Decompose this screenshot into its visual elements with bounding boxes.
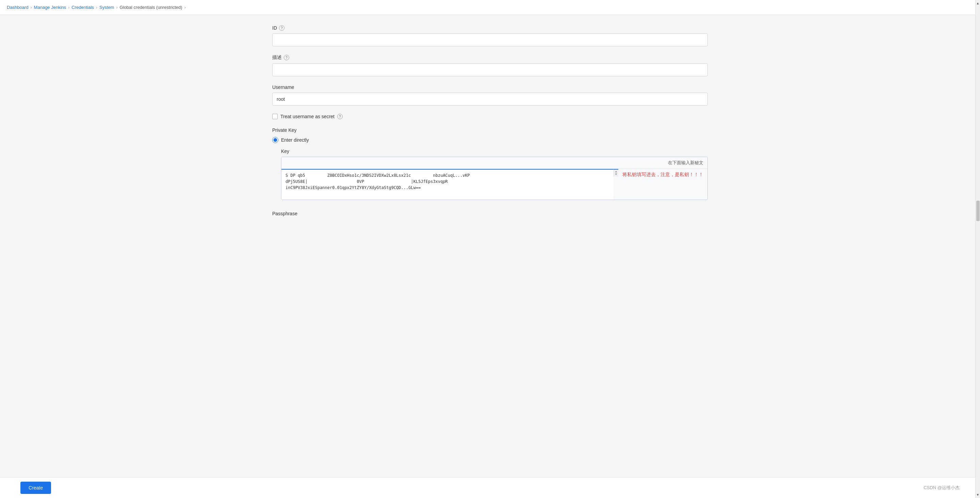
breadcrumb-global-credentials: Global credentials (unrestricted) — [119, 5, 182, 10]
private-key-section: Private Key Enter directly Key 在下面输入新秘文 … — [272, 128, 708, 200]
key-textarea[interactable]: S DP qb5 Z0BCOIDxHso1c/3NDS2IVDXw2Lx8Lsx… — [282, 169, 614, 200]
username-label: Username — [272, 85, 294, 90]
private-key-title: Private Key — [272, 128, 708, 133]
breadcrumb-dashboard[interactable]: Dashboard — [7, 5, 29, 10]
username-label-row: Username — [272, 85, 708, 90]
breadcrumb-sep-4: › — [116, 5, 118, 10]
breadcrumb-credentials[interactable]: Credentials — [72, 5, 94, 10]
breadcrumb-sep-2: › — [68, 5, 69, 10]
description-label-row: 描述 ? — [272, 54, 708, 61]
username-input[interactable] — [272, 93, 708, 105]
breadcrumb-system[interactable]: System — [99, 5, 114, 10]
breadcrumb-sep-3: › — [96, 5, 97, 10]
breadcrumb: Dashboard › Manage Jenkins › Credentials… — [0, 0, 980, 15]
enter-directly-label: Enter directly — [281, 137, 309, 143]
enter-directly-radio[interactable] — [272, 137, 278, 143]
page-scroll-up[interactable]: ▲ — [976, 0, 980, 6]
key-section: Key 在下面输入新秘文 S DP qb5 Z0BCOIDxHso1c/3NDS… — [281, 148, 708, 200]
breadcrumb-manage-jenkins[interactable]: Manage Jenkins — [34, 5, 66, 10]
id-label-row: ID ? — [272, 25, 708, 31]
key-textarea-container: 在下面输入新秘文 S DP qb5 Z0BCOIDxHso1c/3NDS2IVD… — [281, 157, 708, 200]
treat-username-checkbox[interactable] — [272, 114, 278, 119]
scrollbar-down-arrow[interactable]: ▼ — [615, 173, 617, 176]
treat-username-help-icon[interactable]: ? — [337, 114, 343, 119]
key-scrollbar: ▲ ▼ — [614, 169, 618, 176]
passphrase-label: Passphrase — [272, 211, 298, 216]
id-label: ID — [272, 25, 277, 31]
key-hint: 在下面输入新秘文 — [282, 157, 708, 169]
description-field-group: 描述 ? — [272, 54, 708, 76]
main-content: ID ? 描述 ? Username Treat username as sec… — [252, 15, 728, 245]
key-annotation: 将私钥填写进去，注意，是私钥！！！ — [618, 169, 708, 180]
key-content-area: S DP qb5 Z0BCOIDxHso1c/3NDS2IVDXw2Lx8Lsx… — [282, 169, 708, 200]
username-field-group: Username — [272, 85, 708, 105]
id-field-group: ID ? — [272, 25, 708, 46]
treat-username-label: Treat username as secret — [280, 114, 334, 119]
treat-username-row: Treat username as secret ? — [272, 114, 708, 119]
description-help-icon[interactable]: ? — [284, 55, 289, 60]
passphrase-label-row: Passphrase — [272, 208, 708, 216]
id-help-icon[interactable]: ? — [279, 25, 285, 31]
id-input[interactable] — [272, 34, 708, 46]
credential-form: ID ? 描述 ? Username Treat username as sec… — [272, 25, 708, 216]
breadcrumb-sep-1: › — [30, 5, 32, 10]
scrollbar-thumb[interactable] — [976, 201, 980, 221]
breadcrumb-sep-5: › — [185, 5, 186, 10]
scrollbar-track — [975, 6, 980, 245]
description-input[interactable] — [272, 63, 708, 76]
key-label: Key — [281, 148, 708, 154]
description-label: 描述 — [272, 54, 282, 61]
passphrase-field-group: Passphrase — [272, 208, 708, 216]
page-scrollbar: ▲ ▼ — [975, 0, 980, 245]
enter-directly-option: Enter directly — [272, 137, 708, 143]
